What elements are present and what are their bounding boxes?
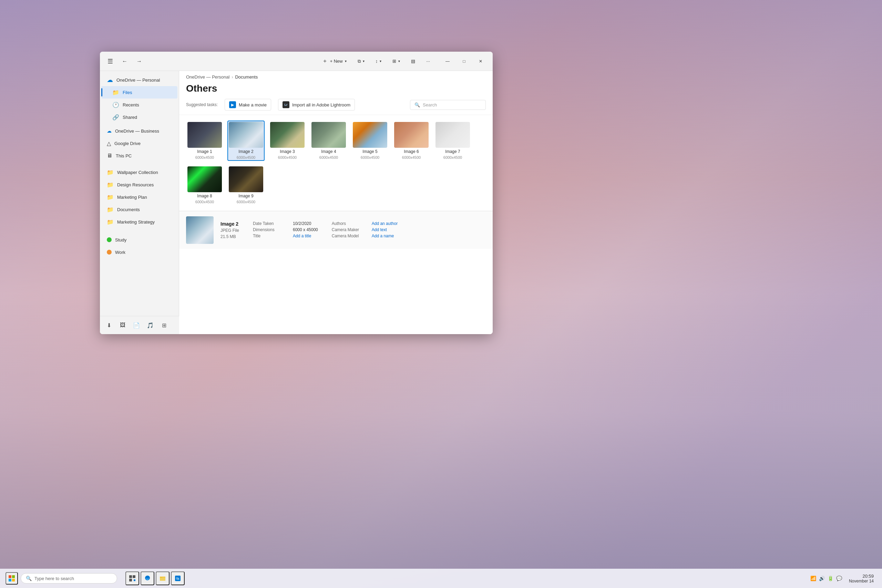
close-button[interactable]: ✕ — [473, 55, 489, 68]
apps-button[interactable]: ⊞ — [158, 319, 170, 332]
sidebar-item-marketing-strategy[interactable]: 📁 Marketing Strategy 📌 — [101, 216, 177, 228]
content-area: OneDrive — Personal › Documents Others S… — [179, 71, 493, 334]
details-row-camera-maker: Camera Maker Add text — [332, 227, 398, 232]
taskbar-sys-icons: 📶 🔊 🔋 💬 — [810, 576, 842, 581]
details-row-date: Date Taken 10/2/2020 — [253, 221, 318, 226]
volume-icon[interactable]: 🔊 — [819, 576, 825, 581]
image-button[interactable]: 🖼 — [117, 319, 129, 332]
file-item-image8[interactable]: Image 8 6000x4500 — [186, 165, 223, 205]
taskbar-right: 📶 🔊 🔋 💬 20:59 November 14 — [810, 572, 876, 585]
file-item-image4[interactable]: Image 4 6000x4500 — [310, 120, 347, 161]
taskbar-search-placeholder: Type here to search — [34, 576, 74, 581]
file-item-image9[interactable]: Image 9 6000x4500 — [227, 165, 265, 205]
sidebar-item-shared[interactable]: 🔗 Shared — [101, 111, 177, 123]
folder-yellow-icon: 📁 — [107, 169, 114, 176]
sidebar-item-design-resources[interactable]: 📁 Design Resources 📌 — [101, 178, 177, 191]
file-item-image7[interactable]: Image 7 6000x4500 — [434, 120, 471, 161]
clock-time: 20:59 — [862, 573, 874, 579]
details-key-camera-model: Camera Model — [332, 234, 366, 238]
new-button[interactable]: ＋ + New ▾ — [318, 55, 350, 68]
sidebar-item-this-pc[interactable]: 🖥 This PC — [101, 150, 177, 162]
file-name: Image 2 — [238, 149, 253, 154]
details-val-camera-maker[interactable]: Add text — [372, 227, 387, 232]
sidebar-item-recents[interactable]: 🕐 Recents — [101, 99, 177, 111]
thumbnail-image7 — [435, 122, 470, 148]
folder-yellow-icon: 📁 — [107, 219, 114, 225]
minimize-button[interactable]: — — [440, 55, 456, 68]
file-item-image1[interactable]: Image 1 6000x4500 — [186, 120, 223, 161]
sidebar-item-google-drive[interactable]: △ Google Drive — [101, 137, 177, 150]
details-pane-button[interactable]: ▤ — [407, 55, 419, 68]
thumbnail-image9 — [229, 166, 263, 192]
more-options-button[interactable]: ··· — [422, 55, 434, 68]
edge-button[interactable] — [141, 572, 154, 585]
chevron-down-icon: ▾ — [345, 59, 346, 63]
copy-button[interactable]: ⧉ ▾ — [354, 55, 369, 68]
start-button[interactable] — [6, 572, 18, 585]
sidebar-item-documents[interactable]: 📁 Documents 📌 — [101, 203, 177, 216]
make-movie-button[interactable]: ▶ Make a movie — [225, 99, 271, 111]
taskbar-search-box[interactable]: 🔍 Type here to search — [21, 573, 117, 584]
notification-icon[interactable]: 💬 — [836, 576, 842, 581]
sidebar-item-marketing-plan[interactable]: 📁 Marketing Plan 📌 — [101, 191, 177, 203]
details-val-title[interactable]: Add a title — [293, 234, 311, 238]
taskbar-clock[interactable]: 20:59 November 14 — [846, 572, 876, 585]
sidebar-item-work[interactable]: Work — [101, 246, 177, 258]
share-icon: 🔗 — [112, 114, 119, 120]
title-bar-left: ☰ ← → — [104, 55, 146, 68]
details-val-authors[interactable]: Add an author — [372, 221, 398, 226]
sidebar-item-onedrive-business[interactable]: ☁ OneDrive — Business — [101, 125, 177, 137]
sort-icon: ↕ — [375, 58, 378, 64]
explorer-button[interactable] — [156, 572, 170, 585]
details-key-camera-maker: Camera Maker — [332, 227, 366, 232]
details-val-dims: 6000 x 45000 — [293, 227, 318, 232]
content-search-box[interactable]: 🔍 Search — [410, 100, 486, 110]
battery-icon[interactable]: 🔋 — [828, 576, 833, 581]
plus-icon: ＋ — [322, 57, 328, 65]
forward-button[interactable]: → — [133, 55, 146, 68]
document-button[interactable]: 📄 — [130, 319, 142, 332]
file-item-image5[interactable]: Image 5 6000x4500 — [351, 120, 388, 161]
sidebar-item-study[interactable]: Study — [101, 234, 177, 246]
file-item-image3[interactable]: Image 3 6000x4500 — [269, 120, 306, 161]
svg-rect-5 — [133, 575, 135, 578]
back-button[interactable]: ← — [118, 55, 131, 68]
onedrive-icon: ☁ — [107, 76, 113, 84]
details-info: Image 2 JPEG File 21.5 MB Date Taken 10/… — [220, 221, 486, 239]
lightroom-button[interactable]: Lr Import all in Adobe Lightroom — [278, 99, 355, 111]
maximize-button[interactable]: □ — [456, 55, 472, 68]
sidebar-item-wallpaper-collection[interactable]: 📁 Wallpaper Collection 📌 — [101, 166, 177, 178]
details-row-camera-model: Camera Model Add a name — [332, 234, 398, 238]
file-item-image2[interactable]: Image 2 6000x4500 — [227, 120, 265, 161]
sort-button[interactable]: ↕ ▾ — [371, 55, 386, 68]
breadcrumb-root[interactable]: OneDrive — Personal — [186, 74, 230, 80]
sidebar-item-onedrive-personal[interactable]: ☁ OneDrive — Personal — [101, 74, 177, 86]
clock-icon: 🕐 — [112, 102, 119, 108]
study-dot — [107, 237, 112, 242]
sidebar-item-files[interactable]: 📁 Files — [101, 86, 177, 99]
sidebar-bottom-toolbar: ⬇ 🖼 📄 🎵 ⊞ — [100, 316, 179, 334]
breadcrumb-current[interactable]: Documents — [235, 74, 258, 80]
file-dims: 6000x4500 — [443, 155, 462, 159]
details-panel: Image 2 JPEG File 21.5 MB Date Taken 10/… — [179, 211, 493, 249]
task-view-button[interactable] — [125, 572, 139, 585]
movie-icon: ▶ — [229, 101, 236, 108]
svg-rect-7 — [134, 579, 135, 581]
computer-icon: 🖥 — [107, 153, 112, 159]
view-button[interactable]: ⊞ ▾ — [388, 55, 404, 68]
details-row-dims: Dimensions 6000 x 45000 — [253, 227, 318, 232]
thumbnail-image6 — [394, 122, 429, 148]
thumbnail-image5 — [353, 122, 387, 148]
file-name: Image 5 — [363, 149, 377, 154]
details-thumbnail — [186, 216, 214, 244]
hamburger-button[interactable]: ☰ — [104, 55, 117, 68]
file-item-image6[interactable]: Image 6 6000x4500 — [393, 120, 430, 161]
store-button[interactable]: 🛍 — [171, 572, 184, 585]
file-name: Image 4 — [321, 149, 336, 154]
folder-yellow-icon: 📁 — [107, 182, 114, 188]
music-button[interactable]: 🎵 — [144, 319, 156, 332]
download-button[interactable]: ⬇ — [103, 319, 115, 332]
file-name: Image 7 — [445, 149, 460, 154]
wifi-icon[interactable]: 📶 — [810, 576, 816, 581]
details-val-camera-model[interactable]: Add a name — [372, 234, 394, 238]
